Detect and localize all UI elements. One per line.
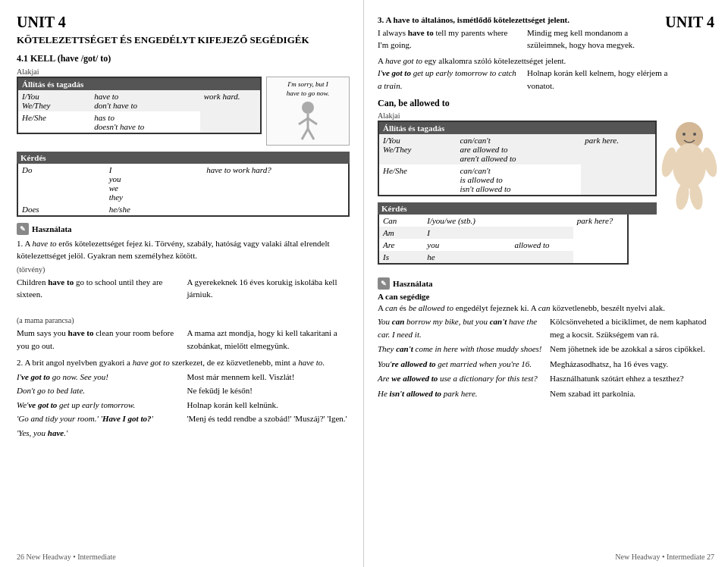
q-verb [202, 203, 349, 216]
section-41: 4.1 KELL (have /got/ to) Alakjai Állítás… [17, 53, 350, 217]
q-subject: Iyouwethey [105, 164, 203, 203]
usage-icon: ✎ [17, 223, 29, 235]
subject-cell: He/She [17, 111, 90, 133]
verb-cell: can/can'tis allowed toisn't allowed to [456, 164, 581, 196]
q-allowed [510, 215, 573, 227]
q-verb: have to work hard? [202, 164, 349, 203]
subject-cell: I/YouWe/They [17, 90, 90, 111]
kerdes-label: Kérdés [17, 152, 350, 164]
usage-section: ✎ Használata 1. A have to erős kötelezet… [17, 223, 350, 441]
comic-box: I'm sorry, but I have to go now. [266, 77, 350, 146]
q-aux: Is [378, 251, 423, 264]
section41-heading: 4.1 KELL (have /got/ to) [17, 53, 350, 64]
q-work: park here? [573, 215, 628, 264]
right-col: Kölcsönveheted a biciklimet, de nem kaph… [550, 315, 714, 399]
right-usage-title: ✎ Használata [378, 277, 714, 290]
left-unit-header: UNIT 4 [17, 14, 350, 31]
right-page: UNIT 4 3. A have to általános, ismétlődő… [364, 0, 728, 567]
left-example: (törvény) Children have to go to school … [17, 264, 180, 354]
subject-cell: He/She [378, 164, 456, 196]
svg-point-7 [682, 133, 686, 136]
q-subject: you [423, 239, 510, 251]
allitas-tagadas-table: Állítás és tagadás I/YouWe/They have tod… [17, 77, 262, 134]
table-header: Állítás és tagadás [378, 121, 656, 134]
q-allowed [510, 251, 573, 264]
verb-cell: has todoesn't have to [90, 111, 199, 133]
usage-item: 1. A have to erős kötelezettséget fejez … [17, 237, 350, 262]
grammar-section: Állítás és tagadás I/YouWe/They have tod… [17, 77, 262, 146]
right-usage-icon: ✎ [378, 277, 390, 290]
usage-title: ✎ Használata [17, 223, 350, 235]
table-row: I/YouWe/They have todon't have to work h… [17, 90, 261, 111]
baby-image [661, 121, 714, 271]
allowed-question-table: Can I/you/we (stb.) park here? Am I Are [378, 215, 629, 265]
top-section: Állítás és tagadás I/YouWe/They have tod… [17, 77, 350, 146]
table-header: Állítás és tagadás [17, 77, 261, 90]
verb-cell: have todon't have to [90, 90, 199, 111]
left-col: You can borrow my bike, but you can't ha… [378, 315, 542, 399]
q-aux: Am [378, 227, 423, 239]
q-aux: Do [17, 164, 105, 203]
have-got-note: A have got to egy alkalomra szóló kötele… [378, 55, 669, 67]
q-allowed: allowed to [510, 239, 573, 251]
page-footer-right: New Headway • Intermediate 27 [615, 553, 714, 561]
table-row: I/YouWe/They can/can'tare allowed toaren… [378, 134, 656, 164]
section41-subheading: Alakjai [17, 67, 350, 76]
q-aux: Are [378, 239, 423, 251]
example-pair-2: I've got to go now. See you! Don't go to… [17, 371, 350, 441]
right-usage-pairs: You can borrow my bike, but you can't ha… [378, 315, 714, 399]
section-3: 3. A have to általános, ismétlődő kötele… [378, 14, 669, 92]
page-footer-left: 26 New Headway • Intermediate [17, 553, 116, 561]
svg-line-4 [302, 129, 308, 139]
usage-item-2: 2. A brit angol nyelvben gyakori a have … [17, 356, 350, 369]
section3-pair: I always have to tell my parents where I… [378, 27, 669, 52]
can-note: A can és be allowed to engedélyt fejezne… [378, 303, 714, 312]
work-cell: work hard. [200, 90, 261, 133]
work-cell: park here. [581, 134, 656, 196]
q-subject: I/you/we (stb.) [423, 215, 510, 227]
right-example: Most már mennem kell. Viszlát! Ne fekűdj… [187, 371, 350, 441]
svg-point-8 [693, 133, 696, 136]
left-page: UNIT 4 KÖTELEZETTSÉGET ÉS ENGEDÉLYT KIFE… [0, 0, 364, 567]
can-section: Can, be allowed to Alakjai Állítás és ta… [378, 98, 714, 271]
right-col: Mindig meg kell mondanom a szüleimnek, h… [527, 27, 669, 52]
subject-cell: I/YouWe/They [378, 134, 456, 164]
left-unit-title: KÖTELEZETTSÉGET ÉS ENGEDÉLYT KIFEJEZŐ SE… [17, 34, 350, 47]
can-heading: Can, be allowed to [378, 98, 714, 109]
example-pair: (törvény) Children have to go to school … [17, 264, 350, 354]
q-subject: he [423, 251, 510, 264]
can-intro: A can segédige [378, 292, 714, 301]
kerdes-label-right: Kérdés [378, 202, 657, 215]
q-subject: he/she [105, 203, 203, 216]
q-allowed [510, 227, 573, 239]
svg-point-9 [673, 143, 706, 189]
left-col: I've got to get up early tomorrow to cat… [378, 67, 519, 92]
q-aux: Can [378, 215, 423, 227]
can-content: Állítás és tagadás I/YouWe/They can/can'… [378, 121, 657, 271]
right-usage-section: ✎ Használata A can segédige A can és be … [378, 277, 714, 399]
verb-cell: can/can'tare allowed toaren't allowed to [456, 134, 581, 164]
section3-pair2: I've got to get up early tomorrow to cat… [378, 67, 669, 92]
right-example: A gyerekeknek 16 éves korukig iskolába k… [187, 264, 350, 354]
allowed-allitas-table: Állítás és tagadás I/YouWe/They can/can'… [378, 121, 657, 196]
svg-line-3 [308, 118, 317, 124]
right-col: Holnap korán kell kelnem, hogy elérjem a… [527, 67, 669, 92]
usage-body: 1. A have to erős kötelezettséget fejez … [17, 237, 350, 441]
comic-line1: I'm sorry, but I [287, 80, 328, 88]
svg-line-5 [308, 129, 314, 139]
comic-line2: have to go now. [287, 89, 329, 97]
baby-svg [661, 121, 718, 211]
section3-heading: 3. A have to általános, ismétlődő kötele… [378, 14, 669, 27]
svg-line-2 [299, 118, 308, 124]
question-table: Do Iyouwethey have to work hard? Does he… [17, 164, 350, 217]
right-unit-header: UNIT 4 [665, 14, 714, 31]
table-row: Does he/she [17, 203, 349, 216]
left-example: I've got to go now. See you! Don't go to… [17, 371, 180, 441]
table-row: Can I/you/we (stb.) park here? [378, 215, 628, 227]
can-subheading: Alakjai [378, 111, 714, 120]
q-subject: I [423, 227, 510, 239]
table-row: Do Iyouwethey have to work hard? [17, 164, 349, 203]
can-with-img: Állítás és tagadás I/YouWe/They can/can'… [378, 121, 714, 271]
comic-illustration [278, 100, 338, 142]
left-col: I always have to tell my parents where I… [378, 27, 519, 52]
